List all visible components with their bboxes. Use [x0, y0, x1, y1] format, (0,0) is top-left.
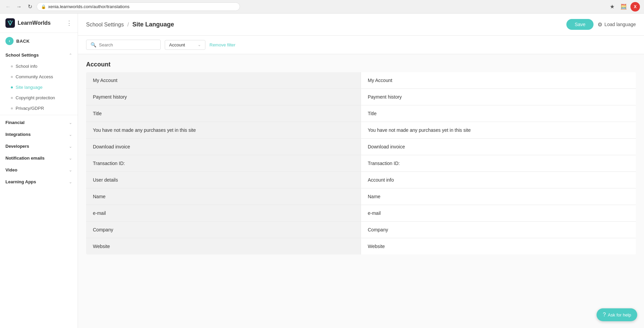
financial-chevron: ⌄ [69, 120, 72, 125]
sidebar-header: LearnWorlds ⋮ [0, 14, 78, 33]
search-box[interactable]: 🔍 [86, 40, 161, 50]
learning-apps-section: Learning Apps ⌄ [0, 176, 78, 188]
financial-header[interactable]: Financial ⌄ [0, 117, 78, 128]
video-title: Video [5, 167, 17, 172]
financial-section: Financial ⌄ [0, 117, 78, 128]
sidebar-item-privacy-gdpr[interactable]: Privacy/GDPR [0, 103, 78, 114]
page-header: School Settings / Site Language Save ⚙ L… [78, 14, 644, 36]
original-cell: User details [86, 172, 361, 188]
translation-cell[interactable]: Website [361, 238, 636, 254]
learning-apps-chevron: ⌄ [69, 180, 72, 184]
dot-icon [11, 107, 13, 109]
page-title: Site Language [133, 21, 174, 28]
remove-filter-button[interactable]: Remove filter [209, 42, 236, 47]
original-cell: Company [86, 222, 361, 238]
user-avatar[interactable]: X [630, 2, 640, 12]
sidebar: LearnWorlds ⋮ ‹ BACK School Settings ⌃ S… [0, 14, 78, 328]
table-row: Title Title [86, 105, 636, 122]
filter-value: Account [169, 42, 185, 47]
dot-icon [11, 97, 13, 99]
translation-cell[interactable]: My Account [361, 72, 636, 88]
back-nav-button[interactable]: ← [4, 3, 12, 11]
developers-header[interactable]: Developers ⌄ [0, 140, 78, 152]
translation-cell[interactable]: Name [361, 188, 636, 205]
copyright-protection-label: Copyright protection [16, 95, 55, 100]
reload-button[interactable]: ↻ [26, 3, 34, 11]
school-info-label: School info [16, 64, 37, 69]
logo-area: LearnWorlds [5, 18, 51, 28]
language-icon: ⚙ [598, 21, 602, 28]
translation-cell[interactable]: Download invoice [361, 139, 636, 155]
save-button[interactable]: Save [566, 19, 593, 30]
dot-icon [11, 65, 13, 67]
extensions-icon[interactable]: 🧮 [619, 2, 628, 12]
sidebar-menu-button[interactable]: ⋮ [66, 19, 72, 27]
svg-point-1 [9, 20, 11, 22]
school-settings-chevron: ⌃ [69, 53, 72, 58]
load-language-button[interactable]: ⚙ Load language [598, 21, 636, 28]
translation-cell[interactable]: Payment history [361, 89, 636, 105]
url-bar[interactable]: 🔒 xenia.learnworlds.com/author/translati… [37, 2, 240, 11]
table-row: User details Account info [86, 172, 636, 188]
learning-apps-title: Learning Apps [5, 179, 36, 184]
ask-for-help-button[interactable]: ? Ask for help [597, 308, 637, 321]
learning-apps-header[interactable]: Learning Apps ⌄ [0, 176, 78, 188]
site-language-label: Site language [16, 85, 43, 90]
video-header[interactable]: Video ⌄ [0, 164, 78, 176]
translation-cell[interactable]: Company [361, 222, 636, 238]
table-row: Transaction ID: Transaction ID: [86, 155, 636, 172]
dot-icon [11, 76, 13, 78]
original-cell: My Account [86, 72, 361, 88]
logo-icon [5, 18, 15, 28]
translation-cell[interactable]: Transaction ID: [361, 155, 636, 171]
url-text: xenia.learnworlds.com/author/translation… [48, 4, 129, 9]
search-icon: 🔍 [90, 42, 96, 47]
lock-icon: 🔒 [41, 4, 46, 9]
search-input[interactable] [99, 42, 156, 47]
filter-dropdown[interactable]: Account ⌄ [165, 40, 205, 50]
breadcrumb-school-settings[interactable]: School Settings [86, 22, 124, 27]
back-button[interactable]: ‹ BACK [0, 33, 78, 49]
translation-cell[interactable]: e-mail [361, 205, 636, 221]
app-container: LearnWorlds ⋮ ‹ BACK School Settings ⌃ S… [0, 14, 644, 328]
sidebar-divider [0, 115, 78, 115]
table-row: Website Website [86, 238, 636, 254]
community-access-label: Community Access [16, 74, 53, 79]
notification-emails-header[interactable]: Notification emails ⌄ [0, 152, 78, 164]
help-label: Ask for help [608, 312, 631, 317]
content-area: Account My Account My Account Payment hi… [78, 54, 644, 328]
back-arrow-icon: ‹ [5, 37, 14, 45]
integrations-chevron: ⌄ [69, 132, 72, 137]
sidebar-item-community-access[interactable]: Community Access [0, 71, 78, 82]
translation-table: My Account My Account Payment history Pa… [86, 72, 636, 254]
filter-bar: 🔍 Account ⌄ Remove filter [78, 36, 644, 54]
breadcrumb: School Settings / Site Language [86, 21, 174, 28]
sidebar-item-copyright-protection[interactable]: Copyright protection [0, 93, 78, 103]
original-cell: Payment history [86, 89, 361, 105]
forward-nav-button[interactable]: → [15, 3, 23, 11]
table-row: My Account My Account [86, 72, 636, 89]
integrations-title: Integrations [5, 132, 31, 137]
translation-cell[interactable]: Account info [361, 172, 636, 188]
privacy-gdpr-label: Privacy/GDPR [16, 106, 44, 111]
developers-title: Developers [5, 144, 29, 149]
school-settings-header[interactable]: School Settings ⌃ [0, 49, 78, 61]
original-cell: Download invoice [86, 139, 361, 155]
section-title: Account [86, 54, 636, 72]
integrations-header[interactable]: Integrations ⌄ [0, 128, 78, 140]
load-language-label: Load language [604, 22, 636, 27]
bookmark-icon[interactable]: ★ [607, 2, 617, 12]
breadcrumb-separator: / [127, 22, 129, 27]
sidebar-item-school-info[interactable]: School info [0, 61, 78, 71]
notification-emails-section: Notification emails ⌄ [0, 152, 78, 164]
translation-cell[interactable]: You have not made any purchases yet in t… [361, 122, 636, 138]
sidebar-item-site-language[interactable]: Site language [0, 82, 78, 93]
dot-icon [11, 86, 13, 88]
main-content: School Settings / Site Language Save ⚙ L… [78, 14, 644, 328]
translation-cell[interactable]: Title [361, 105, 636, 122]
browser-actions: ★ 🧮 X [607, 2, 640, 12]
svg-rect-0 [5, 18, 15, 28]
notification-emails-chevron: ⌄ [69, 156, 72, 161]
help-icon: ? [603, 312, 606, 318]
original-cell: Website [86, 238, 361, 254]
